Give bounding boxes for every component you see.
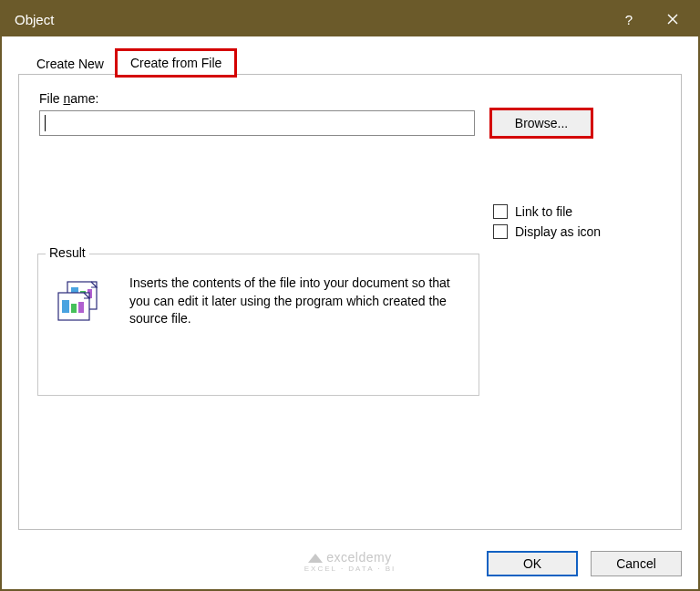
dialog-footer: OK Cancel bbox=[487, 551, 682, 576]
result-content: Inserts the contents of the file into yo… bbox=[38, 254, 479, 337]
file-row: Browse... bbox=[39, 109, 661, 137]
watermark-text: exceldemy bbox=[326, 550, 391, 565]
dialog-title: Object bbox=[15, 12, 607, 27]
link-to-file-row[interactable]: Link to file bbox=[493, 204, 601, 219]
file-name-input[interactable] bbox=[39, 110, 475, 136]
ok-button[interactable]: OK bbox=[487, 551, 578, 576]
close-icon bbox=[667, 14, 678, 25]
file-name-label: File name: bbox=[39, 91, 661, 106]
tab-strip: Create New Create from File bbox=[24, 47, 682, 75]
cancel-button[interactable]: Cancel bbox=[591, 551, 682, 576]
tab-create-new[interactable]: Create New bbox=[24, 52, 117, 76]
text-caret bbox=[45, 115, 46, 131]
link-to-file-checkbox[interactable] bbox=[493, 204, 508, 219]
result-description: Inserts the contents of the file into yo… bbox=[129, 275, 462, 328]
title-bar: Object ? bbox=[2, 2, 698, 36]
svg-rect-7 bbox=[62, 300, 69, 313]
svg-marker-10 bbox=[308, 554, 323, 563]
documents-icon bbox=[55, 280, 108, 324]
dialog-body: Create New Create from File File name: B… bbox=[2, 36, 698, 589]
svg-rect-9 bbox=[78, 302, 84, 313]
svg-rect-8 bbox=[71, 304, 77, 313]
display-as-icon-label: Display as icon bbox=[515, 224, 601, 239]
display-as-icon-checkbox[interactable] bbox=[493, 224, 508, 239]
browse-button[interactable]: Browse... bbox=[491, 109, 592, 137]
options-block: Link to file Display as icon bbox=[493, 204, 601, 244]
tab-create-from-file[interactable]: Create from File bbox=[117, 50, 235, 76]
help-button[interactable]: ? bbox=[607, 2, 651, 36]
result-icon-wrap bbox=[49, 275, 113, 328]
result-legend: Result bbox=[46, 245, 89, 260]
result-groupbox: Result Inserts bbox=[37, 254, 479, 396]
display-as-icon-row[interactable]: Display as icon bbox=[493, 224, 601, 239]
tab-panel-create-from-file: File name: Browse... Link to file Displa… bbox=[18, 74, 682, 530]
close-button[interactable] bbox=[651, 2, 695, 36]
link-to-file-label: Link to file bbox=[515, 204, 572, 219]
watermark-icon bbox=[308, 552, 323, 563]
